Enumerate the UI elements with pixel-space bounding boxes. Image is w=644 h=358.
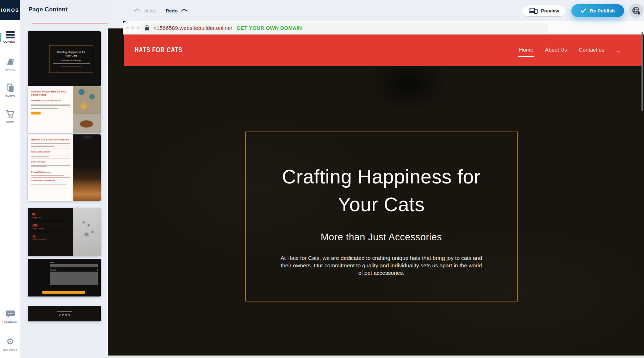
panel-title-underline	[32, 23, 108, 23]
thumb-photo-street-cat	[73, 86, 101, 133]
thumb-stat-value: 150	[32, 223, 69, 227]
redo-arrow-icon	[180, 9, 188, 13]
devices-icon	[529, 7, 538, 14]
thumb-divider	[31, 159, 70, 159]
thumb-stat-label: Repeat Customers	[32, 239, 69, 241]
micro-text-lines	[31, 165, 70, 167]
thumb-form-submit-button	[42, 291, 85, 294]
thumb-divider	[32, 232, 69, 232]
get-domain-link[interactable]: GET YOUR OWN DOMAIN	[236, 25, 302, 31]
hero-title[interactable]: Crafting Happiness for Your Cats	[246, 163, 517, 218]
thumb-divider	[31, 177, 70, 178]
thumb-hero-title: Your Cats	[49, 54, 93, 58]
thumb-intro-text: Discover Unique Hats for Your Feline Fri…	[28, 86, 73, 133]
thumb-stat-label: Happy Cats	[32, 217, 69, 219]
thumbnail-hero-section[interactable]: Crafting Happiness for Your Cats More th…	[28, 31, 101, 86]
thumb-photo-orange-cat	[73, 134, 101, 201]
pages-icon	[6, 84, 15, 93]
nav-contact-us[interactable]: Contact us	[579, 47, 604, 53]
thumb-divider	[32, 221, 69, 221]
toolbar-actions: Preview Re-Publish	[522, 0, 643, 21]
feedback-bubble-icon	[6, 310, 15, 319]
window-dot	[126, 26, 129, 30]
sidebar-item-shop[interactable]: SHOP	[0, 109, 20, 124]
sidebar-item-label: FEEDBACK	[2, 320, 18, 324]
thumb-divider	[31, 169, 70, 169]
window-dot	[131, 26, 135, 30]
thumb-feature-item: Hand-Crafted Quality	[31, 151, 70, 153]
thumb-hero-box: Crafting Happiness for Your Cats More th…	[49, 45, 93, 73]
preview-bottom-edge	[108, 356, 644, 358]
window-dots	[126, 26, 140, 30]
site-header[interactable]: HATS FOR CATS Home About Us Contact us .…	[124, 34, 642, 66]
sidebar-item-feedback[interactable]: FEEDBACK	[0, 310, 20, 324]
canvas-corner	[108, 21, 123, 28]
site-brand[interactable]: HATS FOR CATS	[135, 46, 182, 54]
micro-text-line	[57, 311, 72, 312]
thumbnail-features-section[interactable]: Explore Our Exquisite Collection Hand-Cr…	[28, 134, 101, 201]
sidebar-item-design[interactable]: DESIGN	[0, 58, 20, 72]
micro-text-lines	[31, 175, 70, 176]
undo-arrow-icon	[133, 9, 141, 13]
thumb-stat-value: 5k	[32, 212, 69, 216]
redo-label: Redo	[166, 8, 178, 14]
thumb-footer	[28, 306, 101, 321]
site-preview: n1566589.websitebuilder.online/ GET YOUR…	[108, 21, 644, 358]
hero-section[interactable]: Crafting Happiness for Your Cats More th…	[108, 66, 644, 356]
undo-label: Undo	[143, 8, 155, 14]
site-url: n1566589.websitebuilder.online/	[153, 25, 232, 31]
micro-text-lines	[31, 143, 70, 147]
preview-button[interactable]: Preview	[522, 5, 566, 17]
micro-text-lines	[31, 155, 70, 157]
thumb-feature-item: Perfect Fit Guarantee	[31, 171, 70, 173]
preview-scrollbar[interactable]	[642, 32, 643, 111]
lock-icon	[145, 25, 149, 31]
thumbnail-footer-section[interactable]	[28, 306, 101, 321]
redo-button[interactable]: Redo	[166, 8, 188, 14]
sidebar-item-pages[interactable]: PAGES	[0, 84, 20, 98]
thumb-cta-button	[31, 112, 41, 114]
nav-home[interactable]: Home	[519, 47, 533, 53]
app-sidebar: IONOS CONTENT DESIGN PAGES SHOP	[0, 0, 20, 358]
thumb-form-name-label: Name*	[50, 262, 98, 263]
thumb-stat-value: 1k	[32, 234, 69, 238]
republish-label: Re-Publish	[590, 8, 615, 14]
micro-text-lines	[53, 63, 90, 66]
hero-body-text[interactable]: At Hats for Cats, we are dedicated to cr…	[279, 254, 483, 277]
sidebar-item-label: SETTINGS	[3, 348, 17, 351]
nav-about-us[interactable]: About Us	[545, 47, 567, 53]
thumb-form: Name* Message	[50, 262, 98, 285]
hero-subtitle[interactable]: More than Just Accessories	[246, 232, 517, 243]
thumb-feature-item: Suitable for All Occasions	[31, 180, 70, 182]
micro-text-lines	[31, 104, 70, 109]
thumb-hero-subtitle: More than Just Accessories	[49, 60, 93, 62]
thumb-social-icons	[59, 314, 70, 316]
hero-title-line: Crafting Happiness for	[246, 163, 517, 191]
thumb-feature-item: Stylish Designs	[31, 161, 70, 163]
sidebar-item-label: DESIGN	[5, 69, 16, 72]
gear-icon: ⚙	[6, 337, 14, 346]
sidebar-item-settings[interactable]: ⚙ SETTINGS	[0, 337, 20, 351]
nav-more-ellipsis[interactable]: ...	[616, 47, 621, 53]
undo-button[interactable]: Undo	[133, 8, 155, 14]
top-toolbar: Undo Redo Preview Re-Publis	[20, 0, 644, 21]
micro-text-lines	[31, 184, 70, 185]
thumb-intro-subheading: Handcrafted Exclusively for Cats	[31, 100, 70, 102]
thumb-form-message-input	[50, 272, 98, 285]
ionos-logo: IONOS	[0, 0, 20, 20]
thumb-divider	[31, 149, 70, 149]
sidebar-item-content[interactable]: CONTENT	[0, 31, 20, 43]
sidebar-item-label: CONTENT	[3, 40, 17, 43]
url-bar[interactable]: n1566589.websitebuilder.online/ GET YOUR…	[140, 23, 548, 33]
sidebar-item-label: SHOP	[6, 121, 14, 124]
thumb-form-message-label: Message	[50, 269, 56, 271]
thumbnail-contact-form[interactable]: Name* Message	[28, 259, 101, 296]
thumbnail-intro-section[interactable]: Discover Unique Hats for Your Feline Fri…	[28, 86, 101, 133]
thumbnail-stats-section[interactable]: 5k Happy Cats 150 Unique Designs 1k Repe…	[28, 208, 101, 256]
selected-hero-block[interactable]: Crafting Happiness for Your Cats More th…	[245, 132, 518, 301]
republish-button[interactable]: Re-Publish	[571, 4, 624, 17]
preview-label: Preview	[541, 8, 559, 14]
thumb-intro-heading: Discover Unique Hats for Your Feline Fri…	[31, 90, 70, 96]
thumb-stat-label: Unique Designs	[32, 228, 69, 230]
language-globe-button[interactable]	[629, 4, 643, 18]
